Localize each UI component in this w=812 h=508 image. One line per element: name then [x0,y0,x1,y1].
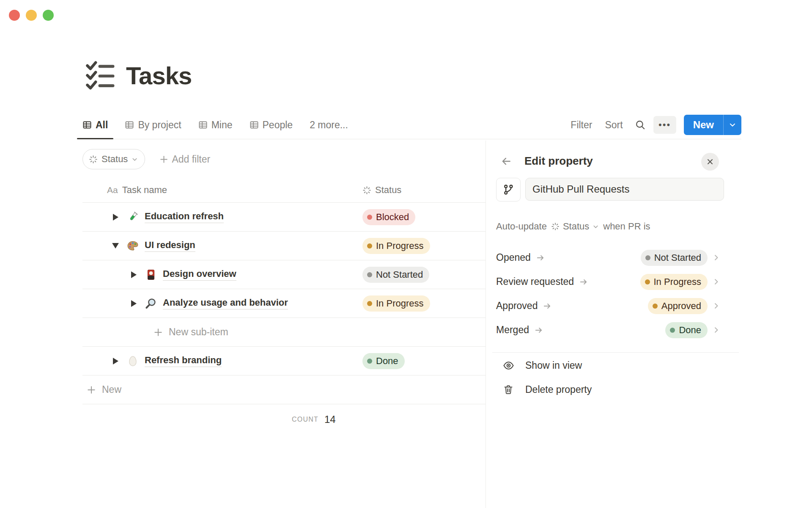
auto-update-property-label: Status [563,221,589,232]
status-filter-chip[interactable]: Status [82,149,145,169]
new-task-button[interactable]: New [82,384,121,395]
new-button[interactable]: New [684,115,723,135]
count-label[interactable]: COUNT [292,416,318,423]
window-minimize-button[interactable] [26,10,37,21]
new-task-label: New [102,384,121,395]
tab-by-project[interactable]: By project [119,111,187,139]
auto-update-property-select[interactable]: Status [551,221,599,232]
tab-mine[interactable]: Mine [193,111,238,139]
window-close-button[interactable] [9,10,20,21]
triangle-right-icon [113,358,118,364]
status-badge[interactable]: Not Started [641,250,708,266]
collapse-toggle[interactable] [110,240,121,252]
status-badge[interactable]: Approved [648,298,708,314]
table-row: UI redesign In Progress [82,232,486,260]
show-in-view-button[interactable]: Show in view [486,356,741,375]
column-header-task-name[interactable]: Aa Task name [82,185,362,196]
status-burst-icon [89,155,98,164]
tab-label: Mine [211,119,233,131]
status-label: Approved [661,301,701,312]
back-button[interactable] [501,156,512,167]
auto-update-suffix: when PR is [603,221,650,232]
status-badge[interactable]: Done [362,353,405,369]
task-page-link[interactable]: Education refresh [145,211,224,223]
task-name-cell: Analyze usage and behavior [82,297,362,310]
checklist-icon[interactable] [85,60,115,91]
expand-toggle[interactable] [128,269,140,281]
auto-update-prefix: Auto-update [496,221,547,232]
arrow-right-icon [534,326,543,335]
more-options-button[interactable]: ••• [653,116,676,134]
status-badge[interactable]: In Progress [640,274,708,290]
status-badge[interactable]: Done [665,322,708,338]
new-dropdown-button[interactable] [723,115,741,135]
status-badge[interactable]: Blocked [362,209,415,225]
new-sub-item-button[interactable]: New sub-item [82,326,228,338]
flower-card-emoji [145,268,157,281]
add-filter-button[interactable]: Add filter [159,154,210,165]
status-cell: In Progress [362,295,486,312]
chevron-right-icon [712,302,720,310]
auto-update-setting: Auto-update Status when PR is [496,221,650,232]
panel-header: Edit property [486,152,741,171]
arrow-right-icon [579,277,588,287]
tab-people[interactable]: People [244,111,299,139]
expand-toggle[interactable] [128,298,140,309]
status-dot [645,255,650,260]
window-zoom-button[interactable] [43,10,54,21]
mapping-row-opened[interactable]: Opened Not Started [486,246,741,270]
close-panel-button[interactable] [701,153,719,171]
chevron-down-icon [593,224,599,230]
table-view-icon [250,120,259,130]
column-header-status[interactable]: Status [362,185,486,196]
sort-button[interactable]: Sort [601,117,627,133]
pr-event-label: Merged [496,324,529,336]
task-page-link[interactable]: UI redesign [145,240,195,252]
chevron-down-icon [729,121,736,129]
tab-label: By project [138,119,181,131]
view-toolbar: Filter Sort ••• New [566,111,741,139]
mapping-row-merged[interactable]: Merged Done [486,318,741,342]
filter-button[interactable]: Filter [566,117,596,133]
status-badge[interactable]: In Progress [362,295,430,312]
triangle-right-icon [131,300,137,307]
tab-more-views[interactable]: 2 more... [304,111,354,139]
page-title[interactable]: Tasks [126,61,192,90]
status-label: In Progress [654,276,702,287]
add-filter-label: Add filter [172,154,210,165]
status-burst-icon [551,222,560,231]
expand-toggle[interactable] [110,355,121,367]
column-label: Task name [122,185,167,196]
close-icon [706,157,714,166]
view-tab-bar: All By project Mine People 2 more... Fil… [82,111,741,139]
git-pull-request-icon [502,184,514,196]
mapping-row-approved[interactable]: Approved Approved [486,294,741,318]
chevron-right-icon [712,278,720,286]
new-row: New [82,375,486,404]
status-burst-icon [362,186,371,195]
pr-event-label: Review requested [496,276,574,287]
task-page-link[interactable]: Analyze usage and behavior [163,297,288,309]
task-page-link[interactable]: Design overview [163,268,236,281]
show-in-view-label: Show in view [525,360,582,371]
tab-all[interactable]: All [77,111,113,139]
task-page-link[interactable]: Refresh branding [145,355,222,367]
status-badge[interactable]: In Progress [362,238,430,254]
new-button-label: New [693,119,714,131]
chevron-right-icon [712,254,720,262]
property-name-input[interactable] [525,178,724,201]
triangle-right-icon [113,214,118,221]
status-label: In Progress [376,240,424,251]
status-badge[interactable]: Not Started [362,267,429,283]
expand-toggle[interactable] [110,211,121,223]
count-value: 14 [324,414,336,425]
mapping-row-review-requested[interactable]: Review requested In Progress [486,270,741,294]
table-row-sub-item: Analyze usage and behavior In Progress [82,289,486,318]
search-button[interactable] [631,116,649,134]
property-icon-button[interactable] [496,178,521,202]
status-label: In Progress [376,298,424,309]
status-cell: Blocked [362,209,486,225]
delete-property-button[interactable]: Delete property [486,380,741,399]
status-cell: Not Started [362,267,486,283]
status-label: Done [679,325,701,336]
